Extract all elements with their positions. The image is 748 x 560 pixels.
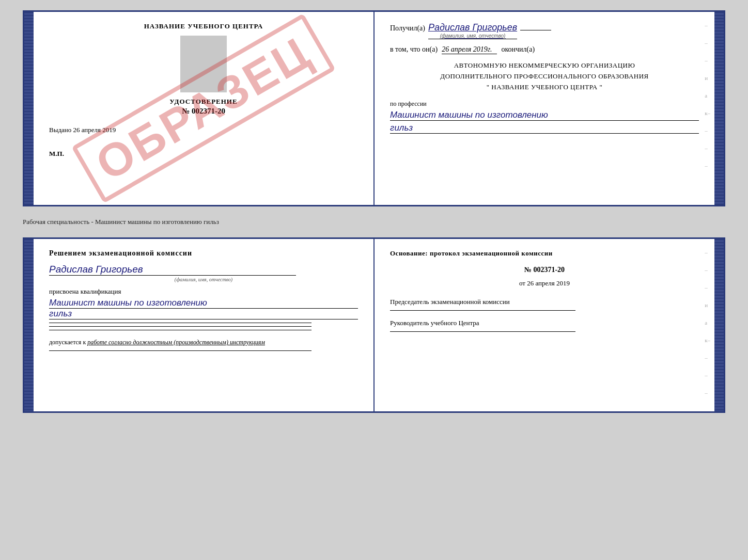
dash-placeholder (520, 30, 551, 30)
top-left-page: НАЗВАНИЕ УЧЕБНОГО ЦЕНТРА УДОСТОВЕРЕНИЕ №… (34, 12, 375, 205)
director-label: Руководитель учебного Центра (390, 319, 699, 327)
institution-line1: АВТОНОМНУЮ НЕКОММЕРЧЕСКУЮ ОРГАНИЗАЦИЮ (454, 61, 635, 69)
issued-label: Выдано (49, 126, 71, 134)
underline3 (49, 330, 311, 330)
protocol-date-value: 26 апреля 2019 (527, 279, 570, 287)
person-name-block: Радислав Григорьев (фамилия, имя, отчест… (49, 264, 358, 282)
basis-heading: Основание: протокол экзаменационной коми… (390, 249, 699, 258)
issued-date-line: Выдано 26 апреля 2019 (49, 126, 358, 134)
chairman-label: Председатель экзаменационной комиссии (390, 298, 699, 306)
date-line: в том, что он(а) 26 апреля 2019г. окончи… (390, 45, 699, 54)
cert-number: № 002371-20 (49, 107, 358, 116)
photo-placeholder (180, 36, 227, 92)
bottom-right-spine (714, 239, 724, 411)
allowed-content: работе согласно должностным (производств… (87, 339, 265, 346)
institution-line2: ДОПОЛНИТЕЛЬНОГО ПРОФЕССИОНАЛЬНОГО ОБРАЗО… (440, 72, 648, 80)
underline1 (49, 323, 311, 323)
received-name: Радислав Григорьев (фамилия, имя, отчест… (428, 22, 517, 39)
bottom-right-page: Основание: протокол экзаменационной коми… (375, 239, 714, 411)
document-wrapper: НАЗВАНИЕ УЧЕБНОГО ЦЕНТРА УДОСТОВЕРЕНИЕ №… (23, 10, 725, 413)
protocol-date: от 26 апреля 2019 (390, 279, 699, 287)
chairman-signature-line (390, 310, 575, 311)
protocol-date-prefix: от (519, 279, 525, 287)
received-name-sub: (фамилия, имя, отчество) (428, 33, 517, 39)
issued-date: 26 апреля 2019 (73, 126, 116, 134)
protocol-number: № 002371-20 (390, 266, 699, 274)
bottom-document: Решением экзаменационной комиссии Радисл… (23, 237, 725, 413)
cert-id-block: УДОСТОВЕРЕНИЕ № 002371-20 (49, 98, 358, 116)
profession-label: по профессии (390, 100, 427, 107)
left-spine (24, 12, 34, 205)
profession-name2: гильз (390, 123, 699, 134)
institution-block: АВТОНОМНУЮ НЕКОММЕРЧЕСКУЮ ОРГАНИЗАЦИЮ ДО… (390, 60, 699, 92)
qualification-value: Машинист машины по изготовлению (49, 298, 358, 309)
right-spine-top (714, 12, 724, 205)
top-document: НАЗВАНИЕ УЧЕБНОГО ЦЕНТРА УДОСТОВЕРЕНИЕ №… (23, 10, 725, 206)
received-line: Получил(а) Радислав Григорьев (фамилия, … (390, 22, 699, 39)
date-value: 26 апреля 2019г. (442, 45, 497, 54)
qualification-label: присвоена квалификация (49, 287, 358, 296)
profession-block: по профессии Машинист машины по изготовл… (390, 100, 699, 134)
received-label: Получил(а) (390, 24, 425, 33)
underline4 (49, 350, 311, 351)
underline2 (49, 326, 311, 327)
mp-line: М.П. (49, 150, 358, 158)
right-margin-dashes: – – – и а к– – – – (705, 22, 710, 169)
allowed-text: допускается к работе согласно должностны… (49, 339, 358, 346)
bottom-left-spine (24, 239, 34, 411)
school-name-top: НАЗВАНИЕ УЧЕБНОГО ЦЕНТРА (49, 22, 358, 30)
date-ending: окончил(а) (501, 45, 535, 54)
separator-label: Рабочая специальность - Машинист машины … (23, 215, 725, 229)
bottom-right-margin-dashes: – – – и а к– – – – (705, 249, 710, 396)
qualification-value2: гильз (49, 309, 358, 319)
bottom-left-page: Решением экзаменационной комиссии Радисл… (34, 239, 375, 411)
profession-name: Машинист машины по изготовлению (390, 110, 699, 121)
allowed-label: допускается к (49, 339, 86, 346)
person-name-sub: (фамилия, имя, отчество) (49, 277, 358, 282)
top-right-page: Получил(а) Радислав Григорьев (фамилия, … (375, 12, 714, 205)
person-name-cursive: Радислав Григорьев (49, 264, 296, 276)
commission-heading: Решением экзаменационной комиссии (49, 249, 358, 258)
cert-label: УДОСТОВЕРЕНИЕ (49, 98, 358, 106)
institution-line3: " НАЗВАНИЕ УЧЕБНОГО ЦЕНТРА " (487, 83, 603, 91)
date-label: в том, что он(а) (390, 45, 438, 54)
director-signature-line (390, 331, 575, 332)
